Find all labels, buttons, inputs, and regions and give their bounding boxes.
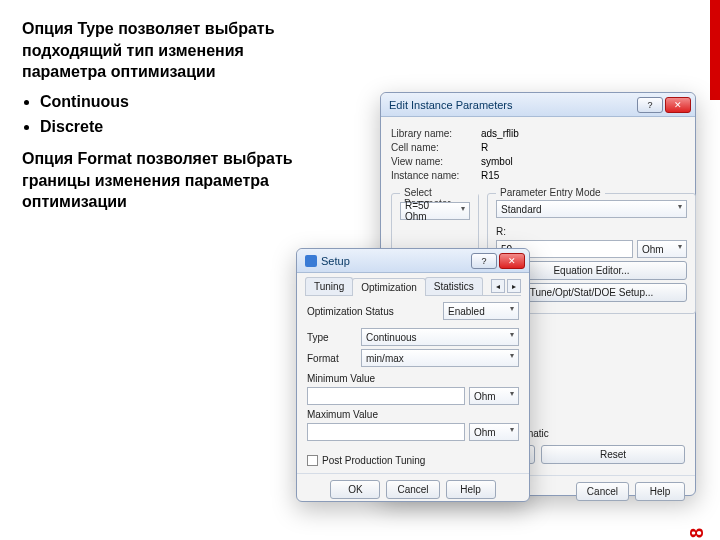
instance-name-value: R15 (481, 170, 499, 181)
app-icon (305, 255, 317, 267)
type-dropdown[interactable]: Continuous (361, 328, 519, 346)
tab-statistics[interactable]: Statistics (425, 277, 483, 295)
min-unit-dropdown[interactable]: Ohm (469, 387, 519, 405)
entry-mode-legend: Parameter Entry Mode (496, 187, 605, 198)
slide-text-block: Опция Type позволяет выбрать подходящий … (22, 18, 322, 221)
paragraph-type: Опция Type позволяет выбрать подходящий … (22, 18, 322, 83)
cell-name-label: Cell name: (391, 142, 481, 153)
max-unit-dropdown[interactable]: Ohm (469, 423, 519, 441)
setup-ok-button[interactable]: OK (330, 480, 380, 499)
type-label: Type (307, 332, 355, 343)
min-value-input[interactable] (307, 387, 465, 405)
opt-status-dropdown[interactable]: Enabled (443, 302, 519, 320)
paragraph-format: Опция Format позволяет выбрать границы и… (22, 148, 322, 213)
select-parameter-dropdown[interactable]: R=50 Ohm (400, 202, 470, 220)
reset-button[interactable]: Reset (541, 445, 685, 464)
library-name-value: ads_rflib (481, 128, 519, 139)
select-parameter-value: R=50 Ohm (405, 200, 453, 222)
tab-next-icon[interactable]: ▸ (507, 279, 521, 293)
param-r-unit: Ohm (642, 244, 664, 255)
edit-title: Edit Instance Parameters (389, 99, 635, 111)
page-number: 8 (687, 528, 708, 538)
tab-tuning[interactable]: Tuning (305, 277, 353, 295)
type-value: Continuous (366, 332, 417, 343)
setup-dialog: Setup ? ✕ Tuning Optimization Statistics… (296, 248, 530, 502)
setup-title: Setup (321, 255, 469, 267)
edit-help-button[interactable]: Help (635, 482, 685, 501)
format-dropdown[interactable]: min/max (361, 349, 519, 367)
min-value-label: Minimum Value (307, 373, 519, 384)
setup-help-button[interactable]: Help (446, 480, 496, 499)
setup-titlebar[interactable]: Setup ? ✕ (297, 249, 529, 273)
bullet-continuous: Continuous (40, 91, 322, 113)
entry-mode-dropdown[interactable]: Standard (496, 200, 687, 218)
accent-bar (710, 0, 720, 100)
view-name-value: symbol (481, 156, 513, 167)
max-value-label: Maximum Value (307, 409, 519, 420)
help-icon[interactable]: ? (637, 97, 663, 113)
view-name-label: View name: (391, 156, 481, 167)
tab-prev-icon[interactable]: ◂ (491, 279, 505, 293)
instance-name-label: Instance name: (391, 170, 481, 181)
format-value: min/max (366, 353, 404, 364)
setup-close-icon[interactable]: ✕ (499, 253, 525, 269)
param-r-label: R: (496, 226, 687, 237)
edit-titlebar[interactable]: Edit Instance Parameters ? ✕ (381, 93, 695, 117)
max-unit-value: Ohm (474, 427, 496, 438)
setup-help-icon[interactable]: ? (471, 253, 497, 269)
min-unit-value: Ohm (474, 391, 496, 402)
max-value-input[interactable] (307, 423, 465, 441)
entry-mode-value: Standard (501, 204, 542, 215)
close-icon[interactable]: ✕ (665, 97, 691, 113)
format-label: Format (307, 353, 355, 364)
param-r-unit-dropdown[interactable]: Ohm (637, 240, 687, 258)
post-tuning-label: Post Production Tuning (322, 455, 425, 466)
setup-tabs: Tuning Optimization Statistics ◂ ▸ (305, 277, 521, 296)
post-tuning-checkbox[interactable] (307, 455, 318, 466)
edit-cancel-button[interactable]: Cancel (576, 482, 629, 501)
tab-optimization[interactable]: Optimization (352, 278, 426, 296)
setup-cancel-button[interactable]: Cancel (386, 480, 439, 499)
opt-status-value: Enabled (448, 306, 485, 317)
library-name-label: Library name: (391, 128, 481, 139)
opt-status-label: Optimization Status (307, 306, 437, 317)
cell-name-value: R (481, 142, 488, 153)
bullet-discrete: Discrete (40, 116, 322, 138)
